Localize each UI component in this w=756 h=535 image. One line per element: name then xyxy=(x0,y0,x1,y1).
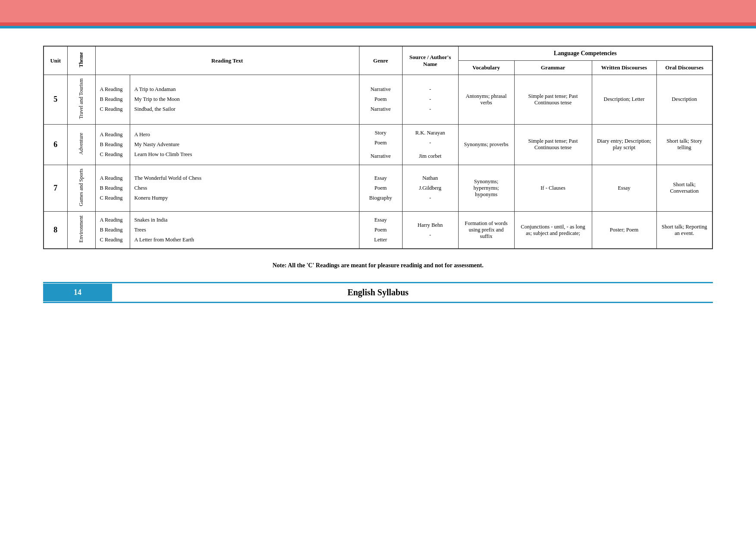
table-row: 6AdventureA ReadingB ReadingC ReadingA H… xyxy=(44,124,712,165)
grammar-cell: Simple past tense; Past Continuous tense xyxy=(514,75,592,125)
genre-item: Biography xyxy=(364,193,398,203)
genre-item: Poem xyxy=(364,94,398,104)
genre-item: Essay xyxy=(364,173,398,183)
oral-cell: Description xyxy=(656,75,712,125)
reading-text-cell: Snakes in IndiaTreesA Letter from Mother… xyxy=(130,212,359,249)
genre-cell: EssayPoemBiography xyxy=(359,165,402,211)
grammar-header: Grammar xyxy=(514,61,592,75)
reading-item-label: B Reading xyxy=(100,94,125,104)
theme-cell: Games and Sports xyxy=(67,165,95,211)
source-item: - xyxy=(407,104,454,114)
footer-bar: 14 English Syllabus xyxy=(43,282,713,303)
genre-item: Poem xyxy=(364,138,398,148)
footer-right xyxy=(644,288,713,297)
source-cell: R.K. Narayan-Jim corbet xyxy=(402,124,458,165)
unit-cell: 6 xyxy=(44,124,67,165)
source-cell: NathanJ.Gildberg- xyxy=(402,165,458,211)
reading-item-label: A Reading xyxy=(100,84,125,94)
reading-text-cell: The Wonderful World of ChessChessKoneru … xyxy=(130,165,359,211)
reading-label-cell: A ReadingB ReadingC Reading xyxy=(95,165,130,211)
unit-cell: 5 xyxy=(44,75,67,125)
reading-item-label: C Reading xyxy=(100,150,125,160)
reading-label-cell: A ReadingB ReadingC Reading xyxy=(95,124,130,165)
vocab-cell: Synonyms; hypernyms; hyponyms xyxy=(458,165,514,211)
reading-item-label: C Reading xyxy=(100,235,125,245)
source-item: - xyxy=(407,94,454,104)
theme-cell: Travel and Tourism xyxy=(67,75,95,125)
reading-item-label: B Reading xyxy=(100,140,125,150)
written-cell: Essay xyxy=(592,165,656,211)
unit-header: Unit xyxy=(44,46,67,75)
unit-cell: 7 xyxy=(44,165,67,211)
source-item: - xyxy=(407,230,454,240)
genre-item: Poem xyxy=(364,183,398,193)
reading-item-text: Koneru Humpy xyxy=(134,193,355,203)
genre-item: Story xyxy=(364,128,398,138)
source-header: Source / Author's Name xyxy=(402,46,458,75)
grammar-cell: If - Clauses xyxy=(514,165,592,211)
source-item: R.K. Narayan xyxy=(407,128,454,138)
reading-label-cell: A ReadingB ReadingC Reading xyxy=(95,212,130,249)
genre-item: Narrative xyxy=(364,104,398,114)
written-cell: Description; Letter xyxy=(592,75,656,125)
source-item: Harry Behn xyxy=(407,220,454,230)
reading-text-cell: A HeroMy Nasty AdventureLearn How to Cli… xyxy=(130,124,359,165)
theme-cell: Adventure xyxy=(67,124,95,165)
theme-text: Environment xyxy=(78,216,84,243)
reading-item-text: Learn How to Climb Trees xyxy=(134,150,355,160)
genre-item: Essay xyxy=(364,215,398,225)
reading-text-header: Reading Text xyxy=(95,46,359,75)
vocab-cell: Formation of words using prefix and suff… xyxy=(458,212,514,249)
oral-cell: Short talk; Conversation xyxy=(656,165,712,211)
source-item: Nathan xyxy=(407,173,454,183)
reading-item-text: A Trip to Andaman xyxy=(134,84,355,94)
genre-item: Narrative xyxy=(364,151,398,161)
top-bar-inner xyxy=(0,22,756,26)
theme-text: Games and Sports xyxy=(78,169,84,206)
reading-item-label: A Reading xyxy=(100,173,125,183)
source-cell: Harry Behn- xyxy=(402,212,458,249)
oral-header: Oral Discourses xyxy=(656,61,712,75)
genre-cell: StoryPoemNarrative xyxy=(359,124,402,165)
genre-item xyxy=(364,148,398,151)
grammar-cell: Simple past tense; Past Continuous tense xyxy=(514,124,592,165)
reading-item-label: C Reading xyxy=(100,104,125,114)
footer-page-number: 14 xyxy=(43,284,112,301)
reading-text-cell: A Trip to AndamanMy Trip to the MoonSind… xyxy=(130,75,359,125)
reading-item-text: Chess xyxy=(134,183,355,193)
vocab-header: Vocabulary xyxy=(458,61,514,75)
content: Unit Theme Reading Text Genre Source / A… xyxy=(0,28,756,316)
table-row: 5Travel and TourismA ReadingB ReadingC R… xyxy=(44,75,712,125)
genre-cell: EssayPoemLetter xyxy=(359,212,402,249)
oral-cell: Short talk; Reporting an event. xyxy=(656,212,712,249)
vocab-cell: Antonyms; phrasal verbs xyxy=(458,75,514,125)
reading-item-label: C Reading xyxy=(100,193,125,203)
oral-cell: Short talk; Story telling xyxy=(656,124,712,165)
reading-item-text: My Trip to the Moon xyxy=(134,94,355,104)
genre-item: Letter xyxy=(364,235,398,245)
table-row: 7Games and SportsA ReadingB ReadingC Rea… xyxy=(44,165,712,211)
reading-item-label: A Reading xyxy=(100,215,125,225)
reading-item-text: Snakes in India xyxy=(134,215,355,225)
unit-cell: 8 xyxy=(44,212,67,249)
table-body: 5Travel and TourismA ReadingB ReadingC R… xyxy=(44,75,712,249)
source-item: J.Gildberg xyxy=(407,183,454,193)
reading-item-text: A Hero xyxy=(134,130,355,140)
theme-header: Theme xyxy=(67,46,95,75)
source-item: - xyxy=(407,84,454,94)
theme-cell: Environment xyxy=(67,212,95,249)
source-item xyxy=(407,148,454,151)
reading-item-text: Sindbad, the Sailor xyxy=(134,104,355,114)
footer-title: English Syllabus xyxy=(112,283,644,302)
reading-item-text: Trees xyxy=(134,225,355,235)
reading-item-label: B Reading xyxy=(100,225,125,235)
reading-item-text: The Wonderful World of Chess xyxy=(134,173,355,183)
table-row: 8EnvironmentA ReadingB ReadingC ReadingS… xyxy=(44,212,712,249)
source-item: Jim corbet xyxy=(407,151,454,161)
grammar-cell: Conjunctions - until, - as long as; subj… xyxy=(514,212,592,249)
genre-item: Poem xyxy=(364,225,398,235)
source-item: - xyxy=(407,193,454,203)
reading-item-text: A Letter from Mother Earth xyxy=(134,235,355,245)
written-header: Written Discourses xyxy=(592,61,656,75)
header-row-1: Unit Theme Reading Text Genre Source / A… xyxy=(44,46,712,61)
